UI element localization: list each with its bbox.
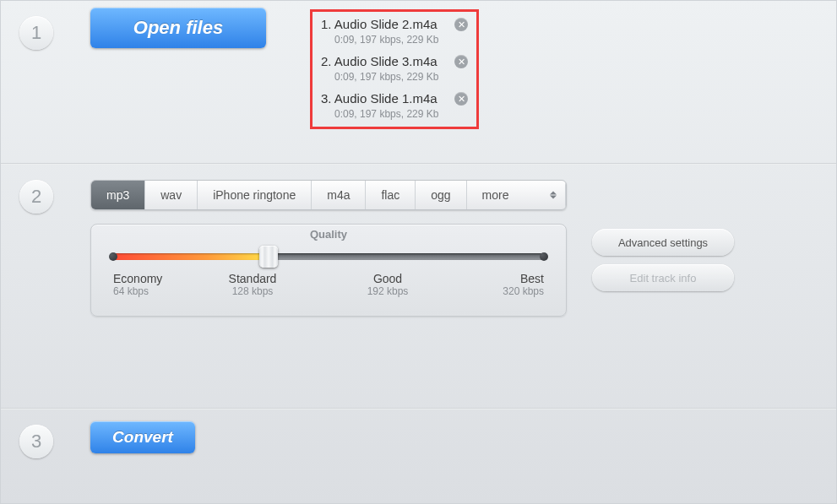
advanced-settings-button[interactable]: Advanced settings [592,229,734,256]
file-meta: 0:09, 197 kbps, 229 Kb [334,71,468,83]
tab-wav[interactable]: wav [145,181,198,209]
mark-label: Standard [215,272,291,285]
remove-file-icon[interactable]: ✕ [454,92,468,106]
edit-track-info-button: Edit track info [592,264,734,291]
step-number-3: 3 [19,425,53,458]
file-item: 3. Audio Slide 1.m4a ✕ 0:09, 197 kbps, 2… [321,91,468,120]
tab-more[interactable]: more [467,181,566,209]
mark-sub: 64 kbps [113,285,189,297]
tab-more-label: more [482,188,509,202]
mark-label: Economy [113,272,189,285]
quality-slider-track[interactable] [113,253,544,260]
quality-panel: Quality Economy 64 kbps Standard 128 kbp… [90,224,567,317]
step-3-panel: 3 Convert [1,409,836,502]
file-name: Audio Slide 1.m4a [334,91,438,106]
quality-title: Quality [310,228,347,241]
mark-sub: 128 kbps [215,285,291,297]
slider-tick-best [540,252,548,261]
mark-sub: 320 kbps [468,285,544,297]
open-files-button[interactable]: Open files [90,8,266,48]
format-tabs: mp3 wav iPhone ringtone m4a flac ogg mor… [90,180,567,210]
file-name-label: 2. Audio Slide 3.m4a [321,54,438,68]
file-name-label: 1. Audio Slide 2.m4a [321,17,438,31]
quality-marks: Economy 64 kbps Standard 128 kbps Good 1… [113,272,544,297]
file-index: 2. [321,54,332,68]
tab-m4a[interactable]: m4a [312,181,366,209]
quality-mark-best: Best 320 kbps [468,272,544,297]
file-name: Audio Slide 2.m4a [334,17,438,31]
slider-tick-economy [109,252,117,261]
convert-button[interactable]: Convert [90,421,195,453]
remove-file-icon[interactable]: ✕ [454,18,468,31]
file-meta: 0:09, 197 kbps, 229 Kb [334,108,468,120]
tab-flac[interactable]: flac [366,181,416,209]
tab-mp3[interactable]: mp3 [91,181,145,209]
file-item: 1. Audio Slide 2.m4a ✕ 0:09, 197 kbps, 2… [321,17,468,46]
remove-file-icon[interactable]: ✕ [454,55,468,68]
step-number-2: 2 [19,180,53,214]
file-index: 3. [321,91,332,106]
quality-slider-fill [113,253,269,260]
file-index: 1. [321,17,332,31]
quality-mark-good: Good 192 kbps [350,272,426,297]
step-number-1: 1 [19,16,53,50]
file-meta: 0:09, 197 kbps, 229 Kb [334,34,468,46]
file-item: 2. Audio Slide 3.m4a ✕ 0:09, 197 kbps, 2… [321,54,468,83]
quality-mark-standard: Standard 128 kbps [215,272,291,297]
tab-iphone-ringtone[interactable]: iPhone ringtone [198,181,312,209]
quality-slider-knob[interactable] [259,246,278,268]
updown-arrows-icon [550,192,557,199]
mark-sub: 192 kbps [350,285,426,297]
file-name: Audio Slide 3.m4a [334,54,438,68]
step-1-panel: 1 Open files 1. Audio Slide 2.m4a ✕ 0:09… [1,1,836,163]
file-name-label: 3. Audio Slide 1.m4a [321,91,438,106]
mark-label: Best [468,272,544,285]
step-2-panel: 2 mp3 wav iPhone ringtone m4a flac ogg m… [1,165,836,408]
mark-label: Good [350,272,426,285]
tab-ogg[interactable]: ogg [416,181,466,209]
quality-mark-economy: Economy 64 kbps [113,272,189,297]
file-list-highlight: 1. Audio Slide 2.m4a ✕ 0:09, 197 kbps, 2… [310,9,479,129]
